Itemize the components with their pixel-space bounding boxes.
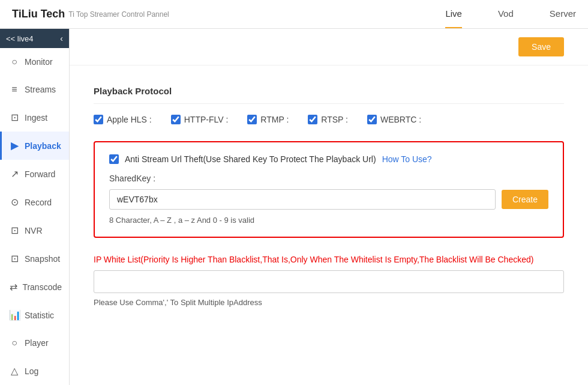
ip-whitelist-label: IP White List(Priority Is Higher Than Bl… — [94, 255, 564, 264]
anti-theft-header: Anti Stream Url Theft(Use Shared Key To … — [109, 154, 548, 164]
shared-key-row: Create — [109, 189, 548, 210]
sidebar-item-player[interactable]: ○ Player — [0, 329, 69, 357]
anti-theft-checkbox[interactable] — [109, 154, 119, 164]
ingest-icon: ⊡ — [9, 112, 20, 123]
nav-live[interactable]: Live — [445, 0, 462, 28]
create-button[interactable]: Create — [502, 190, 548, 209]
sidebar-item-forward[interactable]: ↗ Forward — [0, 160, 69, 188]
section-title: Playback Protocol — [94, 75, 564, 104]
protocol-rtmp[interactable]: RTMP : — [247, 115, 289, 124]
brand-name: TiLiu Tech — [12, 8, 65, 20]
shared-key-input[interactable] — [109, 189, 496, 210]
sidebar-item-nvr[interactable]: ⊡ NVR — [0, 216, 69, 244]
sidebar-header: << live4 ‹ — [0, 29, 69, 48]
anti-theft-box: Anti Stream Url Theft(Use Shared Key To … — [94, 141, 564, 238]
protocol-apple-hls[interactable]: Apple HLS : — [94, 115, 152, 124]
sidebar-item-label: Transcode — [22, 282, 62, 292]
sidebar-item-label: Playback — [25, 141, 61, 151]
sidebar-item-label: Streams — [25, 85, 56, 94]
sidebar-item-streams[interactable]: ≡ Streams — [0, 76, 69, 103]
rtmp-checkbox[interactable] — [247, 115, 257, 124]
validity-note: 8 Character, A – Z , a – z And 0 - 9 is … — [109, 216, 548, 225]
ip-whitelist-hint: Please Use Comma',' To Split Multiple Ip… — [94, 298, 564, 307]
playback-icon: ▶ — [9, 140, 20, 151]
sidebar-header-text: << live4 — [6, 34, 34, 43]
transcode-icon: ⇄ — [9, 281, 17, 293]
sidebar-item-record[interactable]: ⊙ Record — [0, 188, 69, 216]
how-to-use-link[interactable]: How To Use? — [382, 154, 432, 164]
sidebar-item-playback[interactable]: ▶ Playback — [0, 132, 69, 160]
rtmp-label: RTMP : — [260, 115, 289, 124]
save-bar: Save — [70, 29, 588, 65]
sidebar-item-label: Ingest — [25, 113, 47, 123]
sidebar-item-label: Statistic — [25, 311, 54, 320]
player-icon: ○ — [9, 338, 20, 348]
brand-subtitle: Ti Top Streamer Control Pannel — [68, 10, 169, 19]
apple-hls-checkbox[interactable] — [94, 115, 103, 124]
protocol-webrtc[interactable]: WEBRTC : — [367, 115, 421, 124]
http-flv-checkbox[interactable] — [171, 115, 181, 124]
monitor-icon: ○ — [9, 56, 20, 67]
sidebar-item-statistic[interactable]: 📊 Statistic — [0, 301, 69, 329]
forward-icon: ↗ — [9, 168, 20, 180]
shared-key-label: SharedKey : — [109, 174, 548, 183]
record-icon: ⊙ — [9, 196, 20, 208]
sidebar: << live4 ‹ ○ Monitor ≡ Streams ⊡ Ingest … — [0, 29, 70, 385]
sidebar-item-snapshot[interactable]: ⊡ Snapshot — [0, 244, 69, 273]
apple-hls-label: Apple HLS : — [107, 115, 152, 124]
nvr-icon: ⊡ — [9, 225, 20, 236]
top-nav: TiLiu Tech Ti Top Streamer Control Panne… — [0, 0, 588, 29]
nav-links: Live Vod Server — [445, 0, 576, 28]
sidebar-item-label: Snapshot — [25, 254, 60, 264]
layout: << live4 ‹ ○ Monitor ≡ Streams ⊡ Ingest … — [0, 29, 588, 385]
rtsp-checkbox[interactable] — [308, 115, 317, 124]
sidebar-item-label: NVR — [25, 226, 43, 235]
sidebar-item-label: Record — [25, 198, 52, 207]
webrtc-label: WEBRTC : — [380, 115, 421, 124]
sidebar-item-monitor[interactable]: ○ Monitor — [0, 48, 69, 76]
streams-icon: ≡ — [9, 84, 20, 95]
log-icon: △ — [9, 365, 20, 377]
nav-server[interactable]: Server — [550, 0, 576, 28]
http-flv-label: HTTP-FLV : — [184, 115, 229, 124]
save-button[interactable]: Save — [518, 37, 564, 56]
content-inner: Playback Protocol Apple HLS : HTTP-FLV :… — [70, 65, 588, 331]
ip-whitelist-note: (Priority Is Higher Than Blacklist,That … — [140, 255, 533, 264]
sidebar-item-log[interactable]: △ Log — [0, 357, 69, 385]
anti-theft-label: Anti Stream Url Theft(Use Shared Key To … — [125, 154, 376, 164]
sidebar-collapse-button[interactable]: ‹ — [60, 34, 63, 43]
sidebar-item-ingest[interactable]: ⊡ Ingest — [0, 103, 69, 132]
sidebar-item-label: Forward — [25, 169, 55, 179]
ip-whitelist-title: IP White List — [94, 255, 140, 264]
rtsp-label: RTSP : — [321, 115, 348, 124]
sidebar-item-label: Log — [25, 366, 38, 376]
protocol-row: Apple HLS : HTTP-FLV : RTMP : RTSP : WEB… — [94, 115, 564, 124]
nav-vod[interactable]: Vod — [498, 0, 514, 28]
ip-whitelist-input[interactable] — [94, 270, 564, 293]
snapshot-icon: ⊡ — [9, 253, 20, 264]
protocol-rtsp[interactable]: RTSP : — [308, 115, 348, 124]
protocol-http-flv[interactable]: HTTP-FLV : — [171, 115, 229, 124]
main-content: Save Playback Protocol Apple HLS : HTTP-… — [70, 29, 588, 385]
statistic-icon: 📊 — [9, 309, 20, 321]
sidebar-item-label: Monitor — [25, 57, 53, 67]
sidebar-item-transcode[interactable]: ⇄ Transcode — [0, 273, 69, 301]
webrtc-checkbox[interactable] — [367, 115, 377, 124]
sidebar-item-label: Player — [25, 338, 49, 348]
